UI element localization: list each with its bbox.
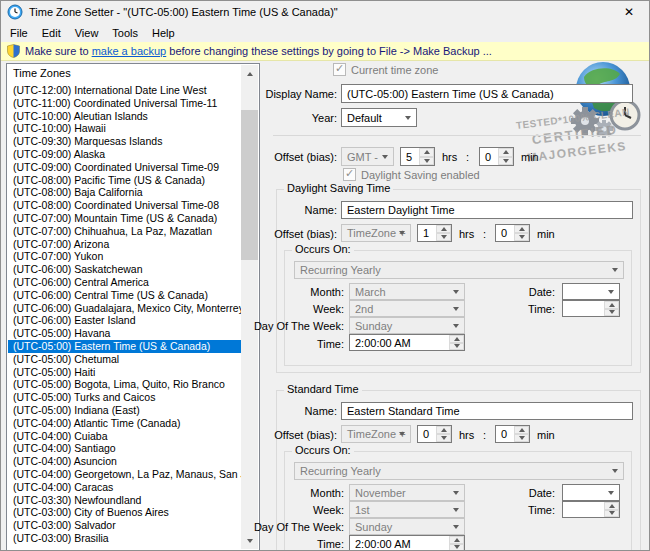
std-dow-select[interactable]: Sunday (349, 518, 465, 535)
spin-up-icon[interactable] (449, 536, 464, 544)
timezone-list-item[interactable]: (UTC-03:00) Brasilia (8, 532, 241, 545)
dst-dow-select[interactable]: Sunday (349, 317, 465, 334)
spinner-buttons (436, 426, 451, 442)
menu-help[interactable]: Help (145, 25, 182, 41)
timezone-list-item[interactable]: (UTC-10:00) Hawaii (8, 122, 241, 135)
std-recurrence-select[interactable]: Recurring Yearly (294, 462, 624, 480)
timezone-list-item[interactable]: (UTC-07:00) Chihuahua, La Paz, Mazatlan (8, 225, 241, 238)
timezone-list-item[interactable]: (UTC-06:00) Central America (8, 276, 241, 289)
spin-up-icon[interactable] (514, 225, 529, 233)
timezone-list-item[interactable]: (UTC-05:00) Eastern Time (US & Canada) (8, 340, 241, 353)
spin-down-icon[interactable] (514, 233, 529, 241)
timezone-list-item[interactable]: (UTC-12:00) International Date Line West (8, 84, 241, 97)
make-backup-link[interactable]: make a backup (92, 45, 167, 57)
menu-edit[interactable]: Edit (35, 25, 68, 41)
std-date-picker[interactable] (562, 484, 620, 501)
dst-hours-value: 1 (423, 227, 429, 239)
spin-down-icon[interactable] (436, 233, 451, 241)
timezone-list-item[interactable]: (UTC-06:00) Easter Island (8, 314, 241, 327)
spin-up-icon[interactable] (449, 335, 464, 343)
scroll-up-icon[interactable] (241, 65, 258, 82)
std-name-input[interactable]: Eastern Standard Time (341, 402, 633, 420)
spin-up-icon[interactable] (604, 502, 619, 510)
timezone-list-item[interactable]: (UTC-08:00) Baja California (8, 186, 241, 199)
timezone-list-item[interactable]: (UTC-05:00) Haiti (8, 366, 241, 379)
dst-name-input[interactable]: Eastern Daylight Time (341, 201, 633, 219)
spin-down-icon[interactable] (449, 343, 464, 351)
dst-month-label: Month: (244, 286, 344, 298)
spin-down-icon[interactable] (436, 434, 451, 442)
spinner-buttons (514, 426, 529, 442)
spin-up-icon[interactable] (604, 301, 619, 309)
timezone-list-item[interactable]: (UTC-09:00) Coordinated Universal Time-0… (8, 161, 241, 174)
display-name-input[interactable]: (UTC-05:00) Eastern Time (US & Canada) (341, 84, 633, 103)
timezone-list-item[interactable]: (UTC-06:00) Saskatchewan (8, 263, 241, 276)
timezone-list-item[interactable]: (UTC-03:30) Newfoundland (8, 494, 241, 507)
dst-week-select[interactable]: 2nd (349, 300, 465, 317)
timezone-list-item[interactable]: (UTC-05:00) Chetumal (8, 353, 241, 366)
menu-file[interactable]: File (3, 25, 35, 41)
timezone-list-item[interactable]: (UTC-03:00) City of Buenos Aires (8, 506, 241, 519)
timezone-list-item[interactable]: (UTC-08:00) Pacific Time (US & Canada) (8, 174, 241, 187)
dst-offset-base-select[interactable]: TimeZone + (341, 224, 411, 242)
timezone-list-item[interactable]: (UTC-04:00) Asuncion (8, 455, 241, 468)
timezone-list-item[interactable]: (UTC-05:00) Indiana (East) (8, 404, 241, 417)
std-hours-spinner[interactable]: 0 (417, 425, 452, 443)
daylight-saving-enabled-checkbox[interactable]: Daylight Saving enabled (343, 168, 480, 181)
current-timezone-checkbox[interactable]: Current time zone (333, 63, 438, 76)
timezone-list-item[interactable]: (UTC-04:00) Georgetown, La Paz, Manaus, … (8, 468, 241, 481)
timezone-list-item[interactable]: (UTC-07:00) Mountain Time (US & Canada) (8, 212, 241, 225)
dst-minutes-spinner[interactable]: 0 (495, 224, 530, 242)
year-select[interactable]: Default (341, 108, 417, 127)
timezone-list-item[interactable]: (UTC-04:00) Caracas (8, 481, 241, 494)
dst-time-spinner[interactable]: 2:00:00 AM (349, 334, 465, 351)
timezone-list-item[interactable]: (UTC-04:00) Cuiaba (8, 430, 241, 443)
offset-minutes-spinner[interactable]: 0 (479, 147, 514, 166)
dst-hours-spinner[interactable]: 1 (417, 224, 452, 242)
std-minutes-spinner[interactable]: 0 (495, 425, 530, 443)
dst-side-time-input[interactable] (562, 300, 620, 317)
menu-view[interactable]: View (68, 25, 106, 41)
timezone-list-item[interactable]: (UTC-06:00) Central Time (US & Canada) (8, 289, 241, 302)
timezone-list-item[interactable]: (UTC-03:00) Salvador (8, 519, 241, 532)
spin-down-icon[interactable] (604, 510, 619, 518)
std-month-select[interactable]: November (349, 484, 465, 501)
timezone-list-item[interactable]: (UTC-09:30) Marquesas Islands (8, 135, 241, 148)
timezone-list-item[interactable]: (UTC-05:00) Turks and Caicos (8, 391, 241, 404)
app-window: Time Zone Setter - "(UTC-05:00) Eastern … (0, 0, 650, 551)
spin-down-icon[interactable] (604, 309, 619, 317)
menu-tools[interactable]: Tools (105, 25, 145, 41)
dst-date-picker[interactable] (562, 283, 620, 300)
timezone-list-item[interactable]: (UTC-05:00) Havana (8, 327, 241, 340)
std-week-select[interactable]: 1st (349, 501, 465, 518)
spin-up-icon[interactable] (498, 148, 513, 157)
timezone-list-item[interactable]: (UTC-09:00) Alaska (8, 148, 241, 161)
dst-month-select[interactable]: March (349, 283, 465, 300)
dst-recurrence-select[interactable]: Recurring Yearly (294, 261, 624, 279)
timezone-list-item[interactable]: (UTC-08:00) Coordinated Universal Time-0… (8, 199, 241, 212)
std-time-spinner[interactable]: 2:00:00 AM (349, 535, 465, 551)
timezone-list-item[interactable]: (UTC-07:00) Arizona (8, 238, 241, 251)
spin-down-icon[interactable] (419, 157, 434, 166)
spin-down-icon[interactable] (449, 544, 464, 551)
spin-up-icon[interactable] (436, 426, 451, 434)
spin-up-icon[interactable] (436, 225, 451, 233)
timezone-list: (UTC-12:00) International Date Line West… (8, 84, 241, 549)
timezone-list-item[interactable]: (UTC-05:00) Bogota, Lima, Quito, Rio Bra… (8, 378, 241, 391)
std-offset-base-select[interactable]: TimeZone + (341, 425, 411, 443)
timezone-list-item[interactable]: (UTC-11:00) Coordinated Universal Time-1… (8, 97, 241, 110)
timezone-list-item[interactable]: (UTC-07:00) Yukon (8, 250, 241, 263)
spin-down-icon[interactable] (498, 157, 513, 166)
dst-week-label: Week: (244, 303, 344, 315)
gmt-direction-select[interactable]: GMT - (341, 147, 394, 166)
close-button[interactable]: ✕ (609, 1, 649, 23)
timezone-list-item[interactable]: (UTC-04:00) Atlantic Time (Canada) (8, 417, 241, 430)
timezone-list-item[interactable]: (UTC-06:00) Guadalajara, Mexico City, Mo… (8, 302, 241, 315)
spin-down-icon[interactable] (514, 434, 529, 442)
spin-up-icon[interactable] (419, 148, 434, 157)
std-side-time-input[interactable] (562, 501, 620, 518)
spin-up-icon[interactable] (514, 426, 529, 434)
timezone-list-item[interactable]: (UTC-10:00) Aleutian Islands (8, 110, 241, 123)
offset-hours-spinner[interactable]: 5 (400, 147, 435, 166)
timezone-list-item[interactable]: (UTC-04:00) Santiago (8, 442, 241, 455)
